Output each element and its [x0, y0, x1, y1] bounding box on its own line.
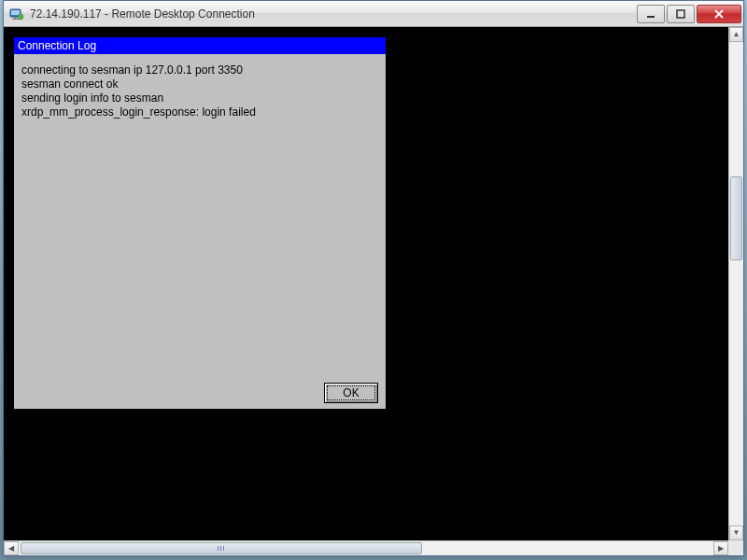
scroll-down-button[interactable]: ▼ — [729, 525, 743, 540]
connection-log-dialog: Connection Log connecting to sesman ip 1… — [13, 36, 387, 410]
rdc-window: 72.14.190.117 - Remote Desktop Connectio… — [3, 0, 744, 556]
svg-point-4 — [18, 14, 23, 20]
svg-rect-6 — [677, 10, 684, 18]
log-area: connecting to sesman ip 127.0.0.1 port 3… — [21, 63, 378, 379]
svg-rect-3 — [12, 19, 19, 20]
ok-button[interactable]: OK — [324, 383, 378, 403]
horizontal-scroll-thumb[interactable] — [21, 542, 422, 554]
close-button[interactable] — [697, 5, 741, 23]
client-area: Connection Log connecting to sesman ip 1… — [4, 27, 743, 555]
window-title: 72.14.190.117 - Remote Desktop Connectio… — [30, 7, 635, 21]
window-controls — [635, 5, 741, 23]
dialog-title: Connection Log — [14, 37, 386, 54]
chevron-right-icon: ▶ — [718, 545, 724, 553]
chevron-up-icon: ▲ — [733, 31, 740, 38]
rdc-icon — [9, 7, 24, 21]
scroll-right-button[interactable]: ▶ — [713, 541, 728, 555]
scroll-up-button[interactable]: ▲ — [729, 27, 743, 42]
scrollbar-corner — [728, 540, 743, 555]
dialog-buttons: OK — [21, 379, 378, 403]
minimize-button[interactable] — [637, 5, 665, 23]
maximize-button[interactable] — [667, 5, 695, 23]
log-line: sending login info to sesman — [21, 91, 378, 105]
horizontal-scrollbar[interactable]: ◀ ▶ — [4, 540, 728, 555]
chevron-down-icon: ▼ — [733, 529, 740, 537]
log-line: xrdp_mm_process_login_response: login fa… — [21, 105, 378, 119]
dialog-body: connecting to sesman ip 127.0.0.1 port 3… — [14, 54, 386, 409]
vertical-scroll-thumb[interactable] — [730, 176, 742, 260]
svg-rect-2 — [14, 17, 17, 19]
log-line: sesman connect ok — [21, 77, 378, 91]
titlebar[interactable]: 72.14.190.117 - Remote Desktop Connectio… — [4, 1, 743, 27]
log-line: connecting to sesman ip 127.0.0.1 port 3… — [21, 63, 378, 77]
svg-rect-5 — [647, 16, 655, 18]
chevron-left-icon: ◀ — [8, 545, 14, 553]
svg-rect-1 — [11, 10, 20, 15]
scroll-left-button[interactable]: ◀ — [4, 541, 19, 555]
vertical-scrollbar[interactable]: ▲ ▼ — [728, 27, 743, 540]
remote-viewport[interactable]: Connection Log connecting to sesman ip 1… — [4, 27, 728, 540]
